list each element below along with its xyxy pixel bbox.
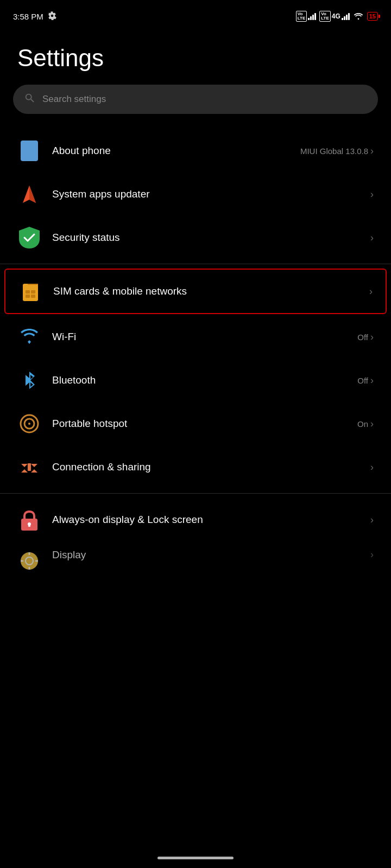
about-phone-meta: MIUI Global 13.0.8 (300, 146, 368, 156)
settings-list: About phone MIUI Global 13.0.8 › System … (0, 129, 391, 584)
settings-item-about-phone[interactable]: About phone MIUI Global 13.0.8 › (0, 129, 391, 173)
settings-item-lock-screen[interactable]: Always-on display & Lock screen › (0, 498, 391, 541)
hotspot-content: Portable hotspot (52, 418, 346, 430)
svg-point-19 (26, 557, 33, 565)
status-bar: 3:58 PM VoLTE VoLTE 4G (0, 0, 391, 28)
signal-bars-1 (308, 12, 316, 20)
status-right: VoLTE VoLTE 4G (296, 11, 378, 22)
security-status-label: Security status (52, 232, 360, 244)
4g-badge: 4G (332, 12, 340, 20)
bluetooth-status: Off (357, 376, 368, 385)
battery-level: 15 (369, 13, 376, 20)
wifi-content: Wi-Fi (52, 331, 346, 343)
system-apps-icon (17, 182, 41, 206)
system-apps-chevron: › (370, 189, 374, 200)
hotspot-right: On › (357, 418, 374, 430)
hotspot-chevron: › (370, 418, 374, 430)
volte-badge-1: VoLTE (296, 11, 307, 22)
connection-sharing-chevron: › (370, 462, 374, 473)
connection-sharing-icon (17, 455, 41, 479)
lock-screen-right: › (370, 514, 374, 526)
svg-marker-11 (31, 464, 37, 467)
svg-marker-10 (21, 464, 28, 467)
battery-indicator: 15 (367, 12, 378, 21)
sim-cards-icon (18, 279, 42, 303)
display-label: Display (52, 549, 360, 561)
system-apps-right: › (370, 189, 374, 200)
settings-group-1: About phone MIUI Global 13.0.8 › System … (0, 129, 391, 259)
settings-item-system-apps[interactable]: System apps updater › (0, 173, 391, 216)
svg-rect-4 (31, 290, 35, 293)
connection-sharing-right: › (370, 462, 374, 473)
about-phone-right: MIUI Global 13.0.8 › (300, 145, 374, 157)
svg-rect-6 (31, 295, 35, 298)
sim-cards-content: SIM cards & mobile networks (53, 285, 358, 297)
bottom-nav-bar (157, 857, 234, 859)
bluetooth-content: Bluetooth (52, 374, 346, 386)
sim-cards-label: SIM cards & mobile networks (53, 285, 358, 297)
search-icon (24, 92, 36, 106)
bluetooth-right: Off › (357, 375, 374, 386)
bluetooth-chevron: › (370, 375, 374, 386)
display-chevron: › (370, 549, 374, 560)
svg-marker-13 (31, 469, 37, 473)
status-left: 3:58 PM (13, 11, 56, 22)
lock-screen-icon (17, 508, 41, 532)
lock-screen-label: Always-on display & Lock screen (52, 514, 360, 526)
settings-item-wifi[interactable]: Wi-Fi Off › (0, 315, 391, 359)
svg-point-9 (28, 423, 30, 425)
display-icon (17, 549, 41, 573)
wifi-label: Wi-Fi (52, 331, 346, 343)
bluetooth-icon (17, 368, 41, 392)
svg-marker-1 (29, 186, 36, 203)
time: 3:58 PM (13, 12, 43, 21)
security-status-content: Security status (52, 232, 360, 244)
settings-item-display[interactable]: Display › (0, 541, 391, 584)
hotspot-icon (17, 412, 41, 436)
about-phone-label: About phone (52, 145, 289, 157)
sim-cards-chevron: › (369, 286, 373, 297)
system-apps-label: System apps updater (52, 188, 360, 200)
lock-screen-content: Always-on display & Lock screen (52, 514, 360, 526)
settings-item-connection-sharing[interactable]: Connection & sharing › (0, 445, 391, 489)
bluetooth-label: Bluetooth (52, 374, 346, 386)
signal-bars-2 (342, 12, 350, 20)
search-placeholder: Search settings (42, 94, 106, 105)
security-status-icon (17, 226, 41, 250)
svg-rect-17 (28, 524, 30, 527)
display-content: Display (52, 549, 360, 561)
divider-2 (0, 493, 391, 494)
sim-cards-right: › (369, 286, 373, 297)
security-status-right: › (370, 232, 374, 244)
lock-screen-chevron: › (370, 514, 374, 526)
settings-item-bluetooth[interactable]: Bluetooth Off › (0, 359, 391, 402)
about-phone-content: About phone (52, 145, 289, 157)
system-apps-content: System apps updater (52, 188, 360, 200)
svg-marker-12 (21, 469, 28, 473)
svg-rect-14 (28, 463, 31, 471)
page-title: Settings (0, 28, 391, 85)
gear-icon (48, 11, 56, 22)
svg-rect-2 (23, 284, 38, 301)
wifi-chevron: › (370, 331, 374, 343)
search-bar[interactable]: Search settings (13, 85, 378, 114)
display-right: › (370, 549, 374, 560)
settings-item-security-status[interactable]: Security status › (0, 216, 391, 259)
phone-icon-shape (21, 141, 38, 161)
wifi-right: Off › (357, 331, 374, 343)
about-phone-chevron: › (370, 145, 374, 157)
hotspot-status: On (357, 419, 368, 429)
wifi-status-icon (353, 11, 364, 22)
wifi-status: Off (357, 333, 368, 342)
about-phone-icon (17, 139, 41, 163)
divider-1 (0, 264, 391, 264)
connection-sharing-label: Connection & sharing (52, 461, 360, 473)
search-container: Search settings (0, 85, 391, 129)
settings-item-sim-cards[interactable]: SIM cards & mobile networks › (4, 269, 387, 314)
signal-group-2: VoLTE 4G (319, 11, 350, 22)
security-status-chevron: › (370, 232, 374, 244)
wifi-icon (17, 325, 41, 349)
settings-item-hotspot[interactable]: Portable hotspot On › (0, 402, 391, 445)
svg-rect-5 (26, 295, 30, 298)
settings-group-3: Always-on display & Lock screen › Displa… (0, 498, 391, 584)
